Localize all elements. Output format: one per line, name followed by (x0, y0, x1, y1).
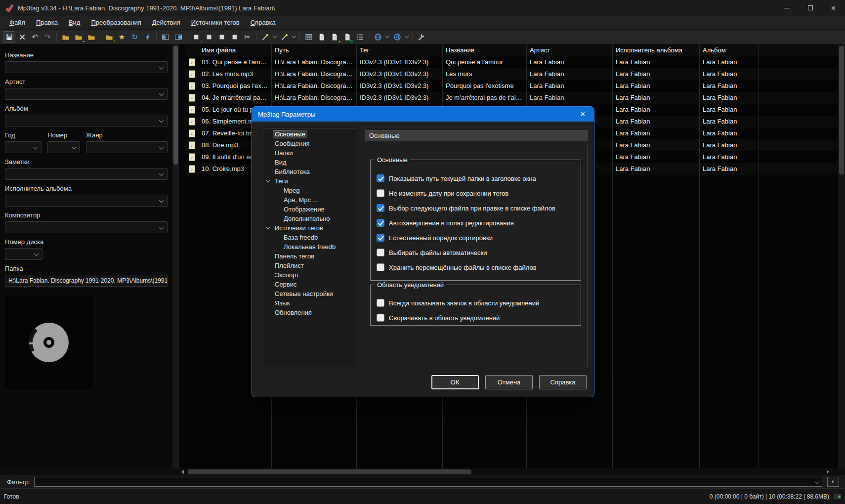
album-art-box[interactable] (5, 295, 93, 389)
column-header-filename[interactable]: Имя файла (199, 44, 272, 56)
tag-paste-icon[interactable]: ↑ (203, 31, 215, 43)
option-autocomplete-edit[interactable]: Автозавершение в полях редактирования (371, 215, 581, 230)
dropdown-arrow-icon[interactable] (159, 118, 164, 123)
checkbox-unchecked-icon[interactable] (377, 299, 384, 307)
refresh-playlist-icon[interactable]: ↻ (341, 31, 353, 43)
table-row[interactable]: ♪02. Les murs.mp3H:\Lara Fabian. Discogr… (185, 68, 838, 80)
menu-item-edit[interactable]: Правка (31, 17, 63, 28)
autonumbering-wizard-icon[interactable] (259, 31, 271, 43)
tree-expander-icon[interactable] (266, 178, 270, 182)
tree-item-mpeg[interactable]: Mpeg (263, 186, 356, 195)
actions-icon[interactable] (141, 31, 154, 43)
option-keep-moved-files[interactable]: Хранить перемещённые файлы в списке файл… (371, 260, 581, 275)
artist-combobox[interactable] (5, 88, 168, 100)
table-row[interactable]: ♪04. Je m'arrêterai pas de t'aimer.mp3H:… (185, 92, 838, 104)
tree-item-updates[interactable]: Обновления (263, 308, 356, 317)
menu-item-file[interactable]: Файл (4, 17, 31, 28)
undo-icon[interactable]: ↶ (29, 31, 41, 43)
column-header-album-artist[interactable]: Исполнитель альбома (613, 44, 700, 56)
tag-export-icon[interactable]: ↑ (228, 31, 241, 43)
tree-item-display[interactable]: Отображение (263, 205, 356, 214)
tag-import-icon[interactable]: ↓ (215, 31, 228, 43)
album-combobox[interactable] (5, 115, 168, 126)
extended-tags-icon[interactable] (302, 31, 315, 43)
tree-item-messages[interactable]: Сообщения (263, 139, 356, 148)
track-combobox[interactable] (47, 141, 80, 153)
option-natural-sorting[interactable]: Естественный порядок сортировки (371, 230, 581, 245)
change-directory-icon[interactable] (59, 31, 72, 43)
column-header-title[interactable]: Название (443, 44, 527, 56)
tree-item-freedb[interactable]: База freedb (263, 233, 356, 242)
option-show-path-in-title[interactable]: Показывать путь текущей папки в заголовк… (371, 171, 581, 186)
option-minimize-to-tray[interactable]: Сворачивать в область уведомлений (371, 310, 581, 325)
tree-item-view[interactable]: Вид (263, 158, 356, 167)
refresh-icon[interactable]: ↻ (128, 31, 141, 43)
favorite-directories-icon[interactable]: ★ (116, 31, 128, 43)
dropdown-arrow-icon[interactable] (72, 145, 77, 150)
filter-input[interactable] (34, 477, 822, 487)
redo-icon[interactable]: ↷ (42, 31, 54, 43)
option-preserve-file-date[interactable]: Не изменять дату при сохранении тегов (371, 186, 581, 201)
autonumbering-wizard-dropdown-icon[interactable] (272, 31, 278, 43)
dropdown-arrow-icon[interactable] (34, 252, 39, 256)
album-artist-combobox[interactable] (5, 195, 168, 207)
help-button[interactable]: Справка (539, 375, 587, 389)
genre-combobox[interactable] (86, 141, 168, 153)
parent-directory-icon[interactable]: ↑ (103, 31, 115, 43)
tree-item-tags[interactable]: Теги (263, 176, 356, 186)
tree-item-ape-mpc[interactable]: Ape, Mpc ... (263, 195, 356, 205)
remove-tags-icon[interactable] (16, 31, 28, 43)
horizontal-scrollbar[interactable] (0, 468, 845, 475)
maximize-button[interactable] (799, 0, 822, 16)
tree-item-playlist[interactable]: Плейлист (263, 261, 356, 270)
tree-item-folders[interactable]: Папки (263, 148, 356, 158)
checkbox-unchecked-icon[interactable] (377, 249, 384, 256)
tag-cut-icon[interactable]: ✂ (241, 31, 254, 43)
menu-item-view[interactable]: Вид (63, 17, 86, 28)
convert-tag-filename-icon[interactable] (159, 31, 171, 43)
menu-item-convert[interactable]: Преобразования (85, 17, 146, 28)
web-sources-dropdown-icon[interactable] (404, 31, 410, 43)
dialog-close-button[interactable]: × (571, 107, 594, 122)
minimize-button[interactable] (775, 0, 799, 16)
table-row[interactable]: ♪01. Qui pense à l'amour.mp3H:\Lara Fabi… (185, 56, 838, 68)
horizontal-scrollbar-thumb[interactable] (188, 469, 471, 474)
tree-item-local-freedb[interactable]: Локальная freedb (263, 242, 356, 252)
tree-item-tools[interactable]: Сервис (263, 280, 356, 289)
dropdown-arrow-icon[interactable] (33, 145, 38, 150)
column-header-artist[interactable]: Артист (527, 44, 613, 56)
tree-item-tag-sources[interactable]: Источники тегов (263, 223, 356, 233)
options-icon[interactable] (415, 31, 427, 43)
checkbox-unchecked-icon[interactable] (377, 314, 384, 322)
close-button[interactable]: × (822, 0, 845, 16)
filter-toggle-button[interactable] (827, 477, 839, 487)
tag-panel-scrollbar-thumb[interactable] (173, 46, 178, 165)
column-header-album[interactable]: Альбом (700, 44, 759, 56)
tree-item-library[interactable]: Библиотека (263, 167, 356, 176)
checkbox-unchecked-icon[interactable] (377, 263, 384, 271)
dropdown-arrow-icon[interactable] (159, 225, 164, 230)
checkbox-checked-icon[interactable] (377, 219, 384, 227)
option-select-next-file[interactable]: Выбор следующего файла при правке в спис… (371, 201, 581, 215)
quick-actions-icon[interactable] (278, 31, 291, 43)
checkbox-checked-icon[interactable] (377, 174, 384, 182)
tree-item-advanced[interactable]: Дополнительно (263, 214, 356, 223)
cancel-button[interactable]: Отмена (485, 375, 533, 389)
dropdown-arrow-icon[interactable] (159, 65, 164, 70)
checkbox-checked-icon[interactable] (377, 234, 384, 242)
vertical-scrollbar[interactable] (838, 44, 845, 468)
convert-filename-tag-icon[interactable] (172, 31, 184, 43)
dropdown-arrow-icon[interactable] (159, 145, 164, 150)
dropdown-arrow-icon[interactable] (159, 198, 164, 203)
option-select-files-automatically[interactable]: Выбирать файлы автоматически (371, 245, 581, 260)
option-always-show-tray-icon[interactable]: Всегда показывать значок в области уведо… (371, 295, 581, 310)
menu-item-actions[interactable]: Действия (147, 17, 186, 28)
save-tags-icon[interactable] (3, 31, 15, 43)
comment-combobox[interactable] (5, 168, 168, 180)
scroll-right-button[interactable] (824, 468, 831, 475)
column-header-tag[interactable]: Тег (357, 44, 443, 56)
checkbox-checked-icon[interactable] (377, 204, 384, 212)
tree-item-network[interactable]: Сетевые настройки (263, 289, 356, 298)
quick-actions-dropdown-icon[interactable] (291, 31, 297, 43)
menu-item-help[interactable]: Справка (245, 17, 281, 28)
